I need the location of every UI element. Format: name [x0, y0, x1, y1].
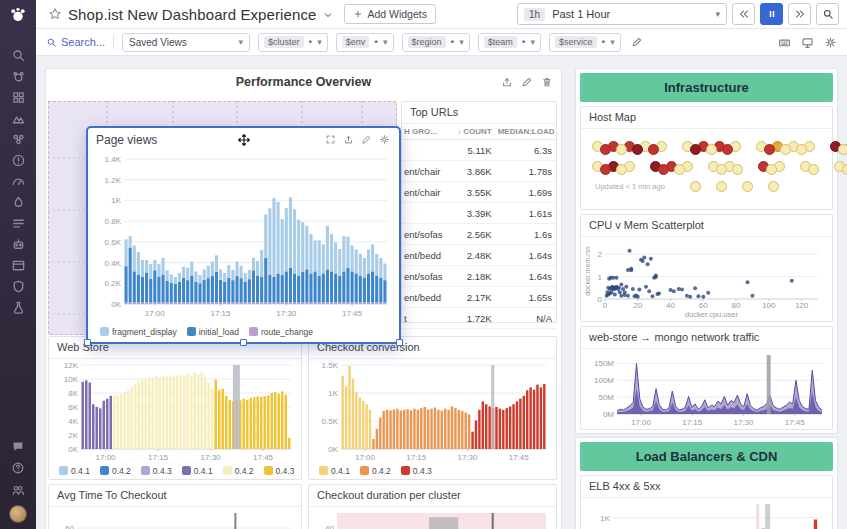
- legend-item[interactable]: 0.4.2: [100, 466, 131, 476]
- watchdog-icon[interactable]: [11, 69, 26, 84]
- host-hexagon-cluster[interactable]: [837, 161, 847, 172]
- template-var-team[interactable]: $team*▾: [478, 33, 541, 52]
- host-hexagon-cluster[interactable]: [685, 141, 741, 152]
- labs-icon[interactable]: [11, 300, 26, 315]
- chat-icon[interactable]: [11, 439, 25, 453]
- page-views-popup[interactable]: Page views 0K0.2K0.4K0.6K0.8K1K1.2K1.4K1…: [86, 126, 401, 344]
- rum-icon[interactable]: [11, 258, 26, 273]
- pause-live-button[interactable]: [760, 3, 783, 25]
- host-hexagon-cluster[interactable]: [771, 181, 779, 192]
- checkout-conversion-widget[interactable]: Checkout conversion 0K0.5K1K1.5K17:0017:…: [308, 336, 557, 480]
- template-var-cluster[interactable]: $cluster*▾: [258, 33, 328, 52]
- host-hexagon-cluster[interactable]: [761, 161, 785, 172]
- legend-item[interactable]: 0.4.1: [319, 466, 350, 476]
- legend-item[interactable]: route_change: [249, 327, 313, 337]
- datadog-logo-icon[interactable]: [0, 0, 36, 30]
- chevron-down-icon[interactable]: [322, 9, 334, 21]
- edit-icon[interactable]: [361, 134, 372, 145]
- cpu-mem-scatterplot-widget[interactable]: CPU v Mem Scatterplot 012020406080100120…: [580, 214, 833, 322]
- web-store-widget[interactable]: Web Store 0K2K4K6K8K10K12K17:0017:1517:3…: [48, 336, 302, 480]
- legend-item[interactable]: 0.4.1: [59, 466, 90, 476]
- export-icon[interactable]: [501, 76, 513, 88]
- invite-users-icon[interactable]: [11, 483, 25, 497]
- resize-handle[interactable]: [396, 339, 403, 346]
- table-row[interactable]: ent/sofas2.18K1.64s: [402, 266, 556, 287]
- resize-handle[interactable]: [240, 339, 247, 346]
- export-icon[interactable]: [343, 134, 354, 145]
- help-icon[interactable]: [11, 461, 25, 475]
- table-row[interactable]: ent/chair3.55K1.69s: [402, 182, 556, 203]
- legend-item[interactable]: 0.4.3: [141, 466, 172, 476]
- table-row[interactable]: ent/chair3.86K1.78s: [402, 161, 556, 182]
- table-row[interactable]: t1.72KN/A: [402, 308, 556, 329]
- table-row[interactable]: ent/bedd2.17K1.65s: [402, 287, 556, 308]
- host-hexagon-cluster[interactable]: [745, 181, 753, 192]
- user-avatar[interactable]: [9, 505, 27, 523]
- legend-item[interactable]: 0.4.3: [264, 466, 295, 476]
- host-hexagon-cluster[interactable]: [653, 161, 693, 172]
- host-hexagon-cluster[interactable]: [693, 181, 701, 192]
- infrastructure-icon[interactable]: [11, 111, 26, 126]
- settings-gear-icon[interactable]: [824, 36, 837, 49]
- elb-widget[interactable]: ELB 4xx & 5xx 0.5K1K17:0017:1517:3017:45: [580, 475, 833, 529]
- search-icon[interactable]: [11, 48, 26, 63]
- host-hexagon-cluster[interactable]: [595, 141, 667, 152]
- legend-item[interactable]: fragment_display: [100, 327, 177, 337]
- svg-text:17:30: 17:30: [733, 418, 754, 427]
- apm-icon[interactable]: [11, 195, 26, 210]
- move-cursor-icon[interactable]: [237, 133, 251, 147]
- dashboards-icon[interactable]: [11, 90, 26, 105]
- checkout-duration-widget[interactable]: Checkout duration per cluster y > 30s401…: [308, 484, 557, 529]
- fullscreen-icon[interactable]: [325, 134, 336, 145]
- avg-time-checkout-widget[interactable]: Avg Time To Checkout 406017:0017:1517:30…: [48, 484, 302, 529]
- add-widgets-button[interactable]: Add Widgets: [344, 4, 436, 24]
- time-backward-button[interactable]: [732, 3, 755, 25]
- gear-icon[interactable]: [379, 134, 390, 145]
- column-header[interactable]: MEDIAN:LOAD EVE: [496, 124, 556, 140]
- edit-variables-icon[interactable]: [631, 36, 643, 48]
- host-hexagon-cluster[interactable]: [759, 141, 815, 152]
- column-header[interactable]: ↓ COUNT: [448, 124, 496, 140]
- template-var-env[interactable]: $env*▾: [336, 33, 394, 52]
- table-row[interactable]: ent/sofas2.56K1.6s: [402, 224, 556, 245]
- synthetics-icon[interactable]: [11, 237, 26, 252]
- svg-text:100M: 100M: [594, 376, 614, 385]
- metrics-icon[interactable]: [11, 174, 26, 189]
- host-hexagon-cluster[interactable]: [833, 141, 847, 152]
- host-hexagon-cluster[interactable]: [711, 161, 743, 172]
- monitors-icon[interactable]: [11, 153, 26, 168]
- column-header[interactable]: H GRO...: [402, 124, 448, 140]
- checkout-duration-chart: y > 30s4017:0017:1517:3017:45: [311, 508, 552, 529]
- table-row[interactable]: 5.11K6.3s: [402, 140, 556, 161]
- legend-item[interactable]: initial_load: [187, 327, 239, 337]
- security-icon[interactable]: [11, 279, 26, 294]
- legend-item[interactable]: 0.4.2: [360, 466, 391, 476]
- page-views-chart: 0K0.2K0.4K0.6K0.8K1K1.2K1.4K17:0017:1517…: [92, 154, 393, 318]
- time-range-selector[interactable]: 1h Past 1 Hour ▾: [517, 3, 727, 25]
- network-traffic-widget[interactable]: web-store → mongo network traffic 0M50M1…: [580, 326, 833, 430]
- resize-handle[interactable]: [84, 339, 91, 346]
- legend-item[interactable]: 0.4.1: [182, 466, 213, 476]
- host-hexagon-cluster[interactable]: [595, 161, 635, 172]
- template-var-region[interactable]: $region*▾: [402, 33, 470, 52]
- template-var-service[interactable]: $service*▾: [549, 33, 621, 52]
- edit-icon[interactable]: [521, 76, 533, 88]
- delete-icon[interactable]: [541, 76, 553, 88]
- legend-item[interactable]: 0.4.2: [223, 466, 254, 476]
- svg-text:17:30: 17:30: [457, 453, 478, 462]
- host-hexagon-cluster[interactable]: [719, 181, 727, 192]
- zoom-button[interactable]: [816, 3, 839, 25]
- host-map-widget[interactable]: Host Map Updated < 1 min ago: [580, 106, 833, 210]
- tv-mode-icon[interactable]: [801, 36, 814, 49]
- search-input[interactable]: Search...: [46, 36, 105, 48]
- network-map-icon[interactable]: [11, 132, 26, 147]
- keyboard-shortcuts-icon[interactable]: [778, 36, 791, 49]
- saved-views-dropdown[interactable]: Saved Views▾: [122, 33, 250, 52]
- legend-item[interactable]: 0.4.3: [401, 466, 432, 476]
- time-forward-button[interactable]: [788, 3, 811, 25]
- host-hexagon-cluster[interactable]: [803, 161, 819, 172]
- table-row[interactable]: ent/bedd2.48K1.64s: [402, 245, 556, 266]
- favorite-star-icon[interactable]: [48, 7, 62, 21]
- logs-icon[interactable]: [11, 216, 26, 231]
- table-row[interactable]: 3.39K1.61s: [402, 203, 556, 224]
